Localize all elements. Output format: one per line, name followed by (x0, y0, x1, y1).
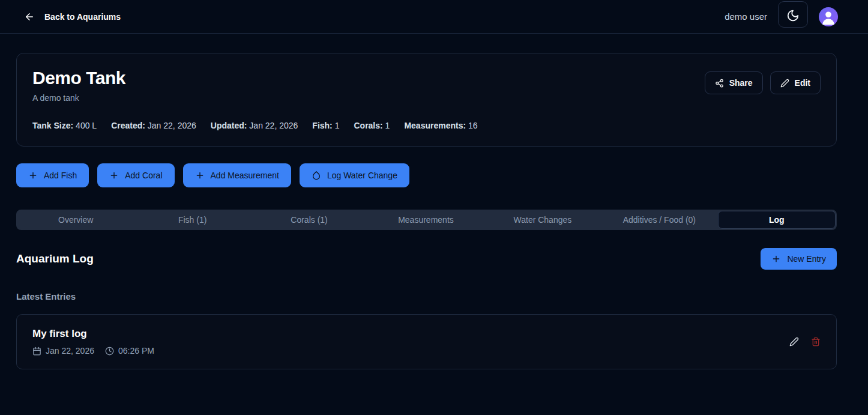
stat-corals: Corals: 1 (354, 121, 390, 130)
quick-actions-row: Add Fish Add Coral Add Measurement Log W… (16, 163, 837, 187)
plus-icon (195, 171, 205, 180)
add-measurement-label: Add Measurement (211, 171, 279, 180)
log-section-title: Aquarium Log (16, 252, 94, 265)
edit-button-label: Edit (795, 78, 810, 88)
tab-additives-food[interactable]: Additives / Food (0) (601, 211, 717, 229)
moon-icon (786, 9, 800, 22)
stat-updated: Updated: Jan 22, 2026 (211, 121, 298, 130)
add-coral-label: Add Coral (125, 171, 162, 180)
log-entry-actions (789, 337, 821, 347)
latest-entries-title: Latest Entries (16, 291, 837, 301)
log-water-change-label: Log Water Change (327, 171, 397, 180)
log-water-change-button[interactable]: Log Water Change (300, 163, 409, 187)
back-link[interactable]: Back to Aquariums (24, 11, 121, 22)
droplet-icon (312, 171, 321, 180)
tab-water-changes[interactable]: Water Changes (484, 211, 601, 229)
add-fish-label: Add Fish (44, 171, 77, 180)
new-entry-button[interactable]: New Entry (761, 248, 837, 270)
tab-corals[interactable]: Corals (1) (251, 211, 367, 229)
arrow-left-icon (24, 11, 35, 22)
theme-toggle-button[interactable] (778, 1, 808, 28)
log-entry-meta: Jan 22, 2026 06:26 PM (32, 346, 154, 356)
plus-icon (771, 254, 781, 264)
tab-log[interactable]: Log (718, 211, 836, 229)
delete-entry-button[interactable] (811, 337, 821, 347)
page-title: Demo Tank (32, 68, 125, 88)
share-button[interactable]: Share (705, 71, 763, 94)
log-entry-info: My first log Jan 22, 2026 06:26 PM (32, 328, 154, 356)
user-avatar[interactable] (819, 7, 838, 26)
edit-button[interactable]: Edit (770, 71, 821, 94)
top-bar: Back to Aquariums demo user (0, 0, 868, 34)
plus-icon (109, 171, 119, 180)
pencil-icon (780, 79, 789, 88)
tab-bar: Overview Fish (1) Corals (1) Measurement… (16, 210, 837, 230)
plus-icon (28, 171, 38, 180)
stat-tank-size: Tank Size: 400 L (32, 121, 97, 130)
tab-measurements[interactable]: Measurements (367, 211, 484, 229)
trash-icon (811, 337, 821, 347)
tab-fish[interactable]: Fish (1) (134, 211, 250, 229)
log-entry-date: Jan 22, 2026 (32, 346, 94, 356)
tab-overview[interactable]: Overview (17, 211, 134, 229)
user-name: demo user (725, 11, 767, 22)
log-section-header: Aquarium Log New Entry (16, 248, 837, 270)
tank-stats: Tank Size: 400 L Created: Jan 22, 2026 U… (32, 121, 821, 130)
stat-fish: Fish: 1 (312, 121, 339, 130)
tank-subtitle: A demo tank (32, 93, 125, 103)
share-button-label: Share (729, 78, 753, 88)
pencil-icon (789, 337, 799, 347)
stat-created: Created: Jan 22, 2026 (111, 121, 196, 130)
main-content: Demo Tank A demo tank Share Edit (0, 34, 868, 369)
add-coral-button[interactable]: Add Coral (97, 163, 174, 187)
calendar-icon (32, 347, 41, 356)
user-icon (819, 7, 838, 26)
log-entry-title: My first log (32, 328, 154, 340)
log-entry-time: 06:26 PM (105, 346, 154, 356)
log-entry-card[interactable]: My first log Jan 22, 2026 06:26 PM (16, 314, 837, 369)
tank-heading-group: Demo Tank A demo tank (32, 68, 125, 103)
clock-icon (105, 347, 114, 356)
share-icon (715, 79, 724, 88)
top-bar-right: demo user (725, 6, 838, 28)
add-fish-button[interactable]: Add Fish (16, 163, 89, 187)
back-link-label: Back to Aquariums (44, 12, 121, 22)
add-measurement-button[interactable]: Add Measurement (183, 163, 291, 187)
new-entry-label: New Entry (787, 254, 826, 264)
stat-measurements: Measurements: 16 (404, 121, 477, 130)
tank-summary-card: Demo Tank A demo tank Share Edit (16, 53, 837, 147)
edit-entry-button[interactable] (789, 337, 799, 347)
